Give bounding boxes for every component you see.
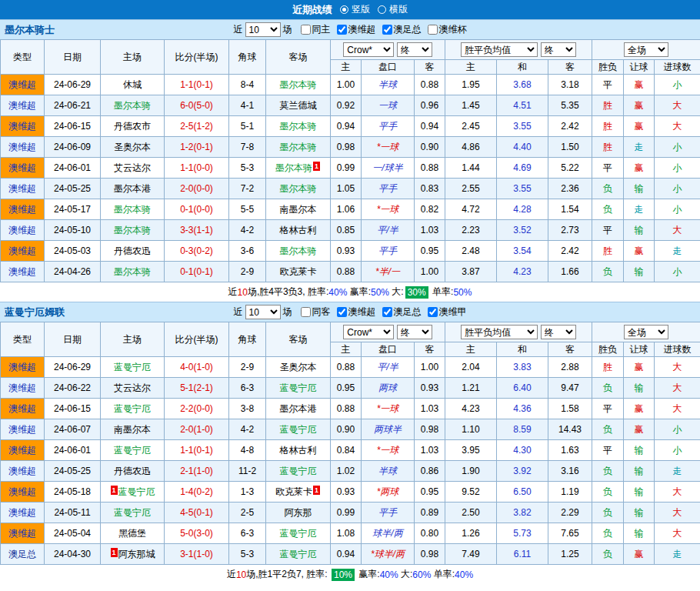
team-name: 蓝曼宁厄 [114,362,151,372]
avg-final-select[interactable]: 终 [541,325,576,339]
checkbox-input[interactable] [428,307,438,317]
scope-select[interactable]: 全场 [624,42,668,57]
odds-away-cell: 0.88 [415,158,445,179]
odds-home-cell: 0.99 [331,503,362,523]
team-name: 格林古利 [280,225,317,235]
home-team-cell: 南墨尔本 [101,419,165,440]
checkbox-input[interactable] [301,307,311,317]
odds-away-cell: 0.80 [415,523,445,544]
bookmaker-select[interactable]: Crow* [343,325,394,339]
team-name: 墨尔本骑 [275,162,312,173]
team-name: 蓝曼宁厄 [280,549,317,559]
league-cell: 澳维超 [1,158,45,179]
score-cell: 1-4(0-2) [165,482,229,503]
league-filter-澳维甲[interactable]: 澳维甲 [428,306,467,319]
league-filter-澳足总[interactable]: 澳足总 [382,23,422,36]
handicap-result-cell: 输 [624,179,655,199]
scope-header-group: 全场 [592,40,700,60]
goals-result-cell: 小 [655,137,700,158]
handicap-result-cell: 输 [624,461,655,482]
odds-home-cell: 0.92 [331,95,362,116]
goals-result-cell: 小 [655,199,700,220]
corners-cell: 3-6 [229,241,266,262]
goals-result-cell: 大 [655,95,700,116]
league-filter-澳维超[interactable]: 澳维超 [337,23,376,36]
odds-home-cell: 0.84 [331,440,362,461]
match-row: 澳维超24-05-11蓝曼宁厄4-5(0-1)2-5阿东那0.99平手0.892… [1,503,700,523]
avg-draw-cell: 3.92 [497,461,548,482]
handicap-result-cell: 赢 [624,357,655,378]
avg-final-select[interactable]: 终 [541,42,576,57]
odds-home-cell: 0.95 [331,378,362,399]
date-cell: 24-06-07 [45,419,101,440]
col-header-score: 比分(半场) [165,322,229,357]
goals-result-cell: 大 [655,357,700,378]
checkbox-input[interactable] [382,25,392,35]
score-cell: 1-1(0-0) [165,158,229,179]
radio-selected-icon[interactable] [340,5,348,14]
league-filter-澳足总[interactable]: 澳足总 [382,306,422,319]
layout-option-vertical[interactable]: 竖版 [340,3,370,16]
date-cell: 24-06-29 [45,357,101,378]
team-name: 墨尔本骑 [114,225,151,235]
avg-header-group: 胜平负均值 终 [445,40,592,60]
league-filter-澳维杯[interactable]: 澳维杯 [428,23,467,36]
outcome-cell: 负 [592,461,624,482]
avg-away-cell: 2.42 [548,116,592,137]
away-team-cell: 格林古利 [266,440,331,461]
odds-final-select[interactable]: 终 [397,325,432,339]
avg-draw-cell: 4.51 [497,95,548,116]
checkbox-input[interactable] [382,307,392,317]
team-name: 圣奥尔本 [280,362,317,372]
handicap-line-cell: 平手 [362,179,415,199]
home-team-cell: 丹德农迅 [101,461,165,482]
avg-draw-cell: 8.59 [497,419,548,440]
avg-odds-select[interactable]: 胜平负均值 [461,42,538,57]
league-cell: 澳维超 [1,503,45,523]
away-team-cell: 墨尔本骑 [266,241,331,262]
odds-away-cell: 0.95 [415,482,445,503]
avg-home-cell: 2.50 [445,503,497,523]
league-filter-group: 同主澳维超澳足总澳维杯 [295,23,467,36]
radio-unselected-icon[interactable] [378,5,386,14]
match-row: 澳维超24-06-29休城1-1(0-1)8-4墨尔本骑1.00半球0.881.… [1,75,700,95]
match-count-select[interactable]: 10 [245,22,281,37]
league-filter-同主[interactable]: 同主 [301,23,331,36]
red-card-badge: 1 [313,486,320,495]
bookmaker-select[interactable]: Crow* [343,42,394,57]
checkbox-input[interactable] [337,25,347,35]
team-name: 蓝曼宁厄 [118,486,155,497]
avg-odds-select[interactable]: 胜平负均值 [461,325,538,339]
handicap-result-cell: 输 [624,482,655,503]
odds-home-cell: 0.98 [331,137,362,158]
league-filter-同客[interactable]: 同客 [301,306,331,319]
layout-option-horizontal[interactable]: 横版 [378,3,408,16]
score-cell: 3-1(1-0) [165,544,229,565]
checkbox-input[interactable] [301,25,311,35]
red-card-badge: 1 [313,162,320,171]
odds-home-cell: 0.85 [331,220,362,241]
avg-away-cell: 7.65 [548,523,592,544]
odds-home-cell: 0.93 [331,241,362,262]
team-name: 阿东那城 [118,549,155,559]
checkbox-input[interactable] [337,307,347,317]
page-title: 近期战绩 [292,3,332,17]
score-cell: 1-1(0-1) [165,75,229,95]
away-team-cell: 墨尔本骑1 [266,158,331,179]
scope-select[interactable]: 全场 [624,325,668,339]
corners-cell: 5-5 [229,199,266,220]
odds-final-select[interactable]: 终 [397,42,432,57]
team-name: 蓝曼宁厄 [280,466,317,476]
match-count-select[interactable]: 10 [245,305,281,319]
filter-near-label: 近 [234,23,243,36]
avg-away-cell: 2.36 [548,179,592,199]
league-filter-澳维超[interactable]: 澳维超 [337,306,376,319]
match-row: 澳维超24-06-21墨尔本骑6-0(5-0)4-1莫兰德城0.92一球0.96… [1,95,700,116]
outcome-cell: 负 [592,179,624,199]
avg-away-cell: 5.22 [548,158,592,179]
sub-header-outcome: 胜负 [592,60,624,75]
checkbox-input[interactable] [428,25,438,35]
odds-away-cell: 1.03 [415,440,445,461]
avg-draw-cell: 4.28 [497,199,548,220]
outcome-cell: 负 [592,503,624,523]
